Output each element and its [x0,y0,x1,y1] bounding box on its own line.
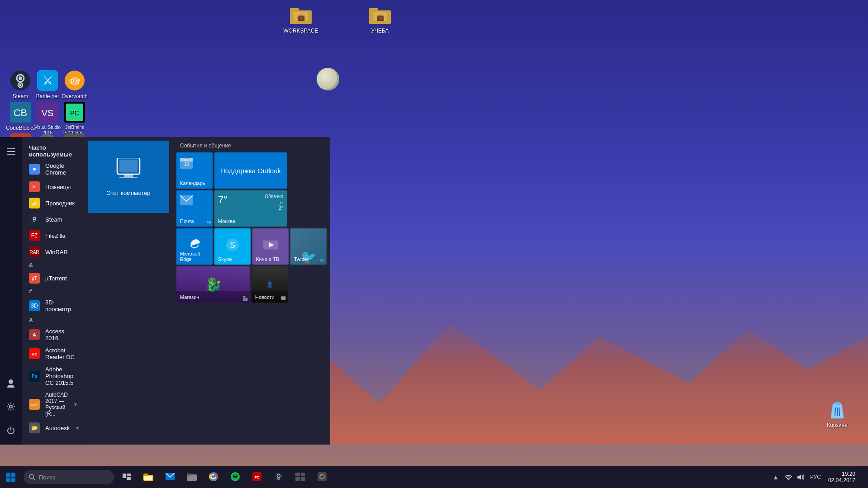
hamburger-menu-icon[interactable] [0,141,22,162]
explorer-label: Проводник [45,200,75,207]
taskbar-app-folder[interactable] [181,466,203,488]
start-button[interactable] [0,466,22,488]
svg-line-32 [835,407,835,416]
computer-tile-icon [115,158,142,186]
user-icon[interactable] [0,372,22,394]
taskbar-app-1[interactable] [289,466,311,488]
battlenet-label: Battle.net [36,93,59,99]
app-item-access[interactable]: A Access 2016 [22,325,84,344]
taskbar-app-2[interactable] [311,466,333,488]
mail-tile[interactable]: Почта ✉ [176,190,213,227]
taskbar-app-steam[interactable] [268,466,289,488]
mail-icon [180,194,193,208]
calendar-tile[interactable]: 📅 15 Календарь [176,152,213,189]
svg-point-40 [9,405,12,408]
desktop-icon-overwatch[interactable]: ⬡ OW Overwatch [57,68,93,101]
edge-tile-label: Microsoft Edge [180,251,209,262]
taskview-button[interactable] [116,466,138,488]
tray-language[interactable]: РУС [808,474,823,480]
autodesk-icon: 📂 [29,422,40,433]
this-computer-tile[interactable]: Этот компьютер [88,141,169,213]
start-middle-section: Этот компьютер [84,137,173,445]
taskbar-app-spotify[interactable] [224,466,246,488]
store-tile-label: Магазин [180,294,199,300]
app-item-photoshop[interactable]: Ps Adobe Photoshop CC 2015.5 [22,363,84,389]
svg-rect-51 [119,160,138,172]
movies-icon [263,239,278,255]
app-item-steam-menu[interactable]: Steam [22,211,84,227]
utorrent-icon: µT [29,273,40,284]
app-item-utorrent[interactable]: µT µTorrent [22,270,84,286]
svg-rect-36 [7,148,15,149]
app-item-scissors[interactable]: ✂ Ножницы [22,179,84,195]
taskbar-app-filezilla[interactable]: FZ [246,466,268,488]
weather-temp: 7° [218,194,228,206]
power-icon[interactable] [0,419,22,441]
taskbar-app-chrome[interactable] [203,466,224,488]
app-item-chrome[interactable]: Google Chrome [22,160,84,179]
mail-taskbar-icon [166,473,175,480]
calendar-tile-label: Календарь [180,180,205,186]
svg-text:💼: 💼 [297,14,305,21]
store-bg-image: 🐉 [205,277,222,293]
movies-tile[interactable]: Кино и ТВ [252,228,289,265]
app-item-autocad[interactable]: AutoCAD AutoCAD 2017 — Русский (R... ▼ [22,389,84,420]
svg-rect-52 [124,174,133,177]
frequent-header: Часто используемые [22,141,84,160]
tray-expand[interactable]: ▲ [770,472,781,483]
clock-time: 19:20 [842,471,855,477]
movies-tile-label: Кино и ТВ [256,256,279,262]
explorer-icon: 📁 [29,198,40,208]
news-tile[interactable]: 👤 Новости 📰 [251,266,288,303]
system-clock[interactable]: 19:20 02.04.2017 [825,471,859,483]
svg-rect-86 [301,477,305,481]
winrar-label: WinRAR [45,249,68,256]
svg-point-10 [19,76,22,80]
calendar-icon: 📅 15 [180,156,193,172]
taskbar-search[interactable]: Поиск [24,470,114,484]
tray-volume[interactable] [796,472,806,483]
store-tile[interactable]: 🐉 Магазин 🏪 [176,266,250,303]
edge-tile[interactable]: Microsoft Edge [176,228,213,265]
app-item-autodesk[interactable]: 📂 Autodesk ▼ [22,420,84,436]
svg-line-64 [33,478,35,480]
network-icon [785,474,792,480]
twitter-tile[interactable]: 🐦 Twitter 🐦 [290,228,327,265]
svg-text:S: S [230,241,235,250]
acrobat-label: Acrobat Reader DC [45,347,77,360]
desktop-icon-ucheba[interactable]: 💼 УЧЕБА [362,2,398,36]
filezilla-icon: FZ [29,230,40,241]
svg-text:PC: PC [70,109,79,117]
taskbar: Поиск [0,466,868,488]
system-tray: ▲ РУС 19:20 02.04.2017 [770,471,868,483]
app-item-3dview[interactable]: 3D 3D-просмотр [22,296,84,315]
desktop-icon-workspace[interactable]: 💼 WORKSPACE [283,2,319,36]
svg-text:VS: VS [42,108,54,118]
svg-marker-91 [797,474,801,480]
taskbar-app-explorer[interactable] [138,466,159,488]
weather-tile[interactable]: Облачно 7° 7° 2° Москва [214,190,287,227]
show-desktop[interactable] [861,472,864,483]
chrome-taskbar-icon [209,472,218,481]
svg-rect-37 [7,151,15,152]
app-item-filezilla[interactable]: FZ FileZilla [22,227,84,244]
app-item-explorer[interactable]: 📁 Проводник [22,195,84,211]
taskview-icon [123,474,131,481]
app-item-winrar[interactable]: RAR WinRAR [22,244,84,260]
recycle-bin-label: Корзина [827,422,848,428]
outlook-tile[interactable]: Поддержка Outlook [214,152,287,189]
acrobat-icon: Ac [29,348,40,359]
folder-taskbar-icon [187,473,197,481]
skype-tile[interactable]: S Skype [214,228,251,265]
app-item-acrobat[interactable]: Ac Acrobat Reader DC [22,344,84,363]
settings-icon[interactable] [0,396,22,417]
photoshop-icon: Ps [29,371,40,382]
chrome-label: Google Chrome [45,162,77,176]
tray-network[interactable] [783,472,794,483]
svg-text:📅: 📅 [185,158,189,161]
recycle-bin[interactable]: Корзина [825,397,850,430]
explorer-taskbar-icon [143,473,153,481]
taskbar-app-mail[interactable] [159,466,181,488]
svg-point-12 [19,84,22,86]
svg-rect-53 [119,177,138,178]
